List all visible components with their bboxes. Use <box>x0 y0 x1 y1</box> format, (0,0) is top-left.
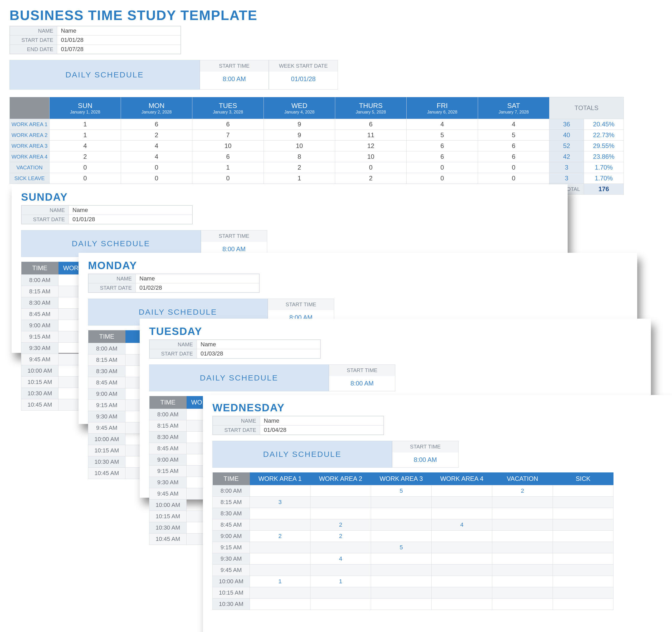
meta-start[interactable]: 01/01/28 <box>57 35 181 45</box>
time-data-cell[interactable] <box>553 519 614 531</box>
time-data-cell[interactable] <box>250 485 310 497</box>
data-cell[interactable]: 4 <box>50 141 121 151</box>
data-cell[interactable]: 6 <box>192 119 264 130</box>
data-cell[interactable]: 8 <box>264 151 335 162</box>
panel-start[interactable]: 01/01/28 <box>69 215 193 224</box>
time-data-cell[interactable]: 2 <box>310 531 371 542</box>
panel-name[interactable]: Name <box>260 416 384 426</box>
time-data-cell[interactable] <box>310 497 371 508</box>
data-cell[interactable]: 0 <box>50 162 121 173</box>
data-cell[interactable]: 1 <box>192 162 264 173</box>
data-cell[interactable]: 10 <box>264 141 335 151</box>
time-data-cell[interactable]: 4 <box>310 553 371 564</box>
time-data-cell[interactable] <box>553 497 614 508</box>
week-start-value[interactable]: 01/01/28 <box>269 72 338 86</box>
time-data-cell[interactable] <box>432 599 492 610</box>
data-cell[interactable]: 10 <box>192 141 264 151</box>
time-data-cell[interactable] <box>371 587 432 599</box>
time-data-cell[interactable] <box>371 519 432 531</box>
time-data-cell[interactable]: 5 <box>371 542 432 553</box>
time-data-cell[interactable] <box>432 542 492 553</box>
time-data-cell[interactable] <box>432 485 492 497</box>
time-data-cell[interactable] <box>492 531 553 542</box>
data-cell[interactable]: 4 <box>407 119 478 130</box>
time-data-cell[interactable] <box>371 508 432 519</box>
data-cell[interactable]: 0 <box>121 162 192 173</box>
time-data-cell[interactable] <box>371 599 432 610</box>
data-cell[interactable]: 0 <box>50 173 121 184</box>
data-cell[interactable]: 6 <box>407 151 478 162</box>
start-time-value[interactable]: 8:00 AM <box>200 72 268 86</box>
data-cell[interactable]: 6 <box>478 151 549 162</box>
time-data-cell[interactable] <box>371 497 432 508</box>
data-cell[interactable]: 2 <box>50 151 121 162</box>
data-cell[interactable]: 0 <box>335 162 407 173</box>
time-data-cell[interactable] <box>371 576 432 587</box>
data-cell[interactable]: 1 <box>264 173 335 184</box>
time-data-cell[interactable] <box>432 508 492 519</box>
time-data-cell[interactable] <box>432 576 492 587</box>
time-data-cell[interactable]: 2 <box>310 519 371 531</box>
data-cell[interactable]: 7 <box>192 130 264 141</box>
meta-end[interactable]: 01/07/28 <box>57 45 181 54</box>
data-cell[interactable]: 4 <box>478 119 549 130</box>
data-cell[interactable]: 0 <box>407 173 478 184</box>
time-data-cell[interactable] <box>371 531 432 542</box>
time-data-cell[interactable]: 3 <box>250 497 310 508</box>
data-cell[interactable]: 12 <box>335 141 407 151</box>
panel-name[interactable]: Name <box>197 340 321 349</box>
time-data-cell[interactable] <box>371 564 432 576</box>
time-data-cell[interactable] <box>432 497 492 508</box>
panel-name[interactable]: Name <box>69 205 193 215</box>
data-cell[interactable]: 1 <box>50 119 121 130</box>
data-cell[interactable]: 0 <box>478 173 549 184</box>
time-data-cell[interactable] <box>432 553 492 564</box>
time-data-cell[interactable] <box>492 576 553 587</box>
panel-start[interactable]: 01/03/28 <box>197 349 321 359</box>
time-data-cell[interactable] <box>553 564 614 576</box>
time-data-cell[interactable] <box>492 553 553 564</box>
time-data-cell[interactable] <box>492 542 553 553</box>
time-data-cell[interactable] <box>553 587 614 599</box>
time-data-cell[interactable] <box>432 564 492 576</box>
time-data-cell[interactable] <box>553 485 614 497</box>
data-cell[interactable]: 9 <box>264 130 335 141</box>
time-data-cell[interactable] <box>371 553 432 564</box>
time-data-cell[interactable] <box>492 508 553 519</box>
data-cell[interactable]: 9 <box>264 119 335 130</box>
time-data-cell[interactable] <box>432 587 492 599</box>
time-data-cell[interactable] <box>553 576 614 587</box>
time-data-cell[interactable] <box>492 497 553 508</box>
data-cell[interactable]: 6 <box>192 151 264 162</box>
data-cell[interactable]: 1 <box>50 130 121 141</box>
data-cell[interactable]: 2 <box>121 130 192 141</box>
time-data-cell[interactable]: 2 <box>250 531 310 542</box>
time-data-cell[interactable] <box>250 508 310 519</box>
panel-name[interactable]: Name <box>136 274 260 283</box>
data-cell[interactable]: 11 <box>335 130 407 141</box>
time-data-cell[interactable] <box>553 531 614 542</box>
time-data-cell[interactable] <box>432 531 492 542</box>
data-cell[interactable]: 5 <box>478 130 549 141</box>
meta-name[interactable]: Name <box>57 26 181 35</box>
time-data-cell[interactable] <box>492 599 553 610</box>
data-cell[interactable]: 6 <box>407 141 478 151</box>
data-cell[interactable]: 0 <box>121 173 192 184</box>
time-data-cell[interactable]: 5 <box>371 485 432 497</box>
time-data-cell[interactable] <box>310 564 371 576</box>
data-cell[interactable]: 5 <box>407 130 478 141</box>
data-cell[interactable]: 0 <box>407 162 478 173</box>
panel-start-time[interactable]: 8:00 AM <box>392 452 458 467</box>
time-data-cell[interactable]: 4 <box>432 519 492 531</box>
data-cell[interactable]: 4 <box>121 141 192 151</box>
time-data-cell[interactable] <box>310 599 371 610</box>
time-data-cell[interactable] <box>553 553 614 564</box>
data-cell[interactable]: 0 <box>192 173 264 184</box>
data-cell[interactable]: 6 <box>478 141 549 151</box>
time-data-cell[interactable] <box>310 587 371 599</box>
time-data-cell[interactable] <box>250 587 310 599</box>
panel-start-time[interactable]: 8:00 AM <box>329 376 395 391</box>
data-cell[interactable]: 4 <box>121 151 192 162</box>
time-data-cell[interactable] <box>310 542 371 553</box>
time-data-cell[interactable] <box>553 542 614 553</box>
